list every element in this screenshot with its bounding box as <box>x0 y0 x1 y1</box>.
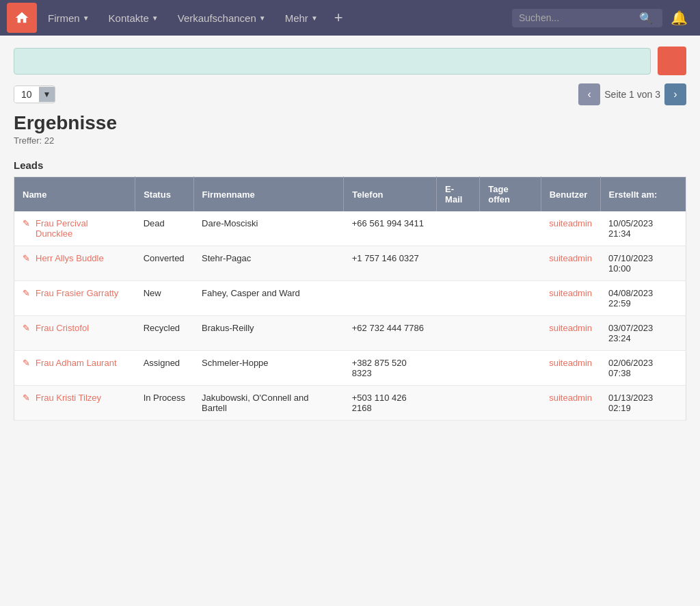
table-row: ✎ Frau Frasier Garratty New Fahey, Caspe… <box>14 281 686 316</box>
search-field[interactable]: Frankfurt <box>14 48 651 75</box>
edit-icon-1[interactable]: ✎ <box>23 253 33 263</box>
edit-icon-5[interactable]: ✎ <box>23 393 33 403</box>
cell-status-2: New <box>135 281 193 316</box>
leads-section-title: Leads <box>14 159 686 171</box>
cell-telefon-1: +1 757 146 0327 <box>344 246 437 281</box>
col-name: Name <box>14 177 135 212</box>
cell-firmenname-1: Stehr-Pagac <box>193 246 344 281</box>
search-row: Frankfurt <box>14 47 686 75</box>
main-content: Frankfurt 10 ▼ ‹ Seite 1 von 3 › Ergebni… <box>0 36 700 432</box>
cell-telefon-3: +62 732 444 7786 <box>344 316 437 351</box>
col-erstellt-am: Erstellt am: <box>600 177 686 212</box>
firmen-chevron-icon: ▼ <box>83 14 90 22</box>
navbar: Firmen ▼ Kontakte ▼ Verkaufschancen ▼ Me… <box>0 0 700 36</box>
cell-name-2: ✎ Frau Frasier Garratty <box>14 281 135 316</box>
prev-page-button[interactable]: ‹ <box>578 83 600 105</box>
cell-tage-offen-5 <box>480 386 541 421</box>
results-heading: Ergebnisse <box>14 112 686 134</box>
leads-table: Name Status Firmenname Telefon E-Mail Ta… <box>14 176 686 421</box>
cell-tage-offen-0 <box>480 211 541 246</box>
per-page-dropdown[interactable]: ▼ <box>39 87 55 102</box>
lead-name-link-0[interactable]: Frau Percival Duncklee <box>36 218 127 239</box>
cell-tage-offen-3 <box>480 316 541 351</box>
table-header-row: Name Status Firmenname Telefon E-Mail Ta… <box>14 177 686 212</box>
lead-name-link-5[interactable]: Frau Kristi Tilzey <box>36 393 101 403</box>
lead-name-link-2[interactable]: Frau Frasier Garratty <box>36 288 118 298</box>
cell-status-0: Dead <box>135 211 193 246</box>
col-firmenname: Firmenname <box>193 177 344 212</box>
cell-benutzer-3: suiteadmin <box>541 316 600 351</box>
nav-verkaufschancen[interactable]: Verkaufschancen ▼ <box>170 7 274 29</box>
cell-telefon-5: +503 110 426 2168 <box>344 386 437 421</box>
cell-name-5: ✎ Frau Kristi Tilzey <box>14 386 135 421</box>
nav-mehr[interactable]: Mehr ▼ <box>277 7 326 29</box>
cell-firmenname-4: Schmeler-Hoppe <box>193 351 344 386</box>
benutzer-link-4[interactable]: suiteadmin <box>549 358 592 368</box>
cell-status-4: Assigned <box>135 351 193 386</box>
cell-email-5 <box>437 386 480 421</box>
cell-firmenname-3: Brakus-Reilly <box>193 316 344 351</box>
cell-erstellt-am-3: 03/07/2023 23:24 <box>600 316 686 351</box>
table-row: ✎ Frau Adham Laurant Assigned Schmeler-H… <box>14 351 686 386</box>
cell-benutzer-1: suiteadmin <box>541 246 600 281</box>
cell-benutzer-4: suiteadmin <box>541 351 600 386</box>
nav-kontakte[interactable]: Kontakte ▼ <box>100 7 167 29</box>
lead-name-link-3[interactable]: Frau Cristofol <box>36 323 89 333</box>
cell-benutzer-5: suiteadmin <box>541 386 600 421</box>
table-row: ✎ Herr Allys Buddle Converted Stehr-Paga… <box>14 246 686 281</box>
notifications-button[interactable]: 🔔 <box>665 7 693 29</box>
benutzer-link-3[interactable]: suiteadmin <box>549 323 592 333</box>
mehr-chevron-icon: ▼ <box>311 14 318 22</box>
cell-erstellt-am-1: 07/10/2023 10:00 <box>600 246 686 281</box>
cell-firmenname-0: Dare-Mosciski <box>193 211 344 246</box>
col-telefon: Telefon <box>344 177 437 212</box>
col-email: E-Mail <box>437 177 480 212</box>
edit-icon-0[interactable]: ✎ <box>23 218 33 228</box>
edit-icon-4[interactable]: ✎ <box>23 358 33 368</box>
cell-benutzer-2: suiteadmin <box>541 281 600 316</box>
benutzer-link-2[interactable]: suiteadmin <box>549 288 592 298</box>
cell-erstellt-am-5: 01/13/2023 02:19 <box>600 386 686 421</box>
cell-erstellt-am-2: 04/08/2023 22:59 <box>600 281 686 316</box>
cell-firmenname-2: Fahey, Casper and Ward <box>193 281 344 316</box>
nav-firmen[interactable]: Firmen ▼ <box>40 7 98 29</box>
cell-email-2 <box>437 281 480 316</box>
hits-count: Treffer: 22 <box>14 135 686 146</box>
cell-erstellt-am-0: 10/05/2023 21:34 <box>600 211 686 246</box>
edit-icon-3[interactable]: ✎ <box>23 323 33 333</box>
cell-email-0 <box>437 211 480 246</box>
lead-name-link-1[interactable]: Herr Allys Buddle <box>36 253 104 263</box>
home-button[interactable] <box>7 3 37 33</box>
benutzer-link-0[interactable]: suiteadmin <box>549 218 592 228</box>
cell-tage-offen-4 <box>480 351 541 386</box>
cell-name-3: ✎ Frau Cristofol <box>14 316 135 351</box>
cell-telefon-4: +382 875 520 8323 <box>344 351 437 386</box>
table-row: ✎ Frau Kristi Tilzey In Process Jakubows… <box>14 386 686 421</box>
col-benutzer: Benutzer <box>541 177 600 212</box>
benutzer-link-5[interactable]: suiteadmin <box>549 393 592 403</box>
edit-icon-2[interactable]: ✎ <box>23 288 33 298</box>
page-info: Seite 1 von 3 <box>604 89 660 100</box>
cell-status-3: Recycled <box>135 316 193 351</box>
global-search-input[interactable] <box>519 12 635 23</box>
col-status: Status <box>135 177 193 212</box>
benutzer-link-1[interactable]: suiteadmin <box>549 253 592 263</box>
cell-name-0: ✎ Frau Percival Duncklee <box>14 211 135 246</box>
lead-name-link-4[interactable]: Frau Adham Laurant <box>36 358 117 368</box>
search-button[interactable] <box>658 47 686 75</box>
cell-telefon-0: +66 561 994 3411 <box>344 211 437 246</box>
next-page-button[interactable]: › <box>664 83 686 105</box>
cell-status-5: In Process <box>135 386 193 421</box>
cell-tage-offen-2 <box>480 281 541 316</box>
cell-email-4 <box>437 351 480 386</box>
cell-erstellt-am-4: 02/06/2023 07:38 <box>600 351 686 386</box>
cell-benutzer-0: suiteadmin <box>541 211 600 246</box>
cell-email-1 <box>437 246 480 281</box>
add-button[interactable]: + <box>329 6 349 29</box>
cell-name-4: ✎ Frau Adham Laurant <box>14 351 135 386</box>
per-page-selector: 10 ▼ <box>14 85 55 103</box>
global-search-icon[interactable]: 🔍 <box>639 12 653 25</box>
cell-email-3 <box>437 316 480 351</box>
cell-tage-offen-1 <box>480 246 541 281</box>
cell-firmenname-5: Jakubowski, O'Connell and Bartell <box>193 386 344 421</box>
